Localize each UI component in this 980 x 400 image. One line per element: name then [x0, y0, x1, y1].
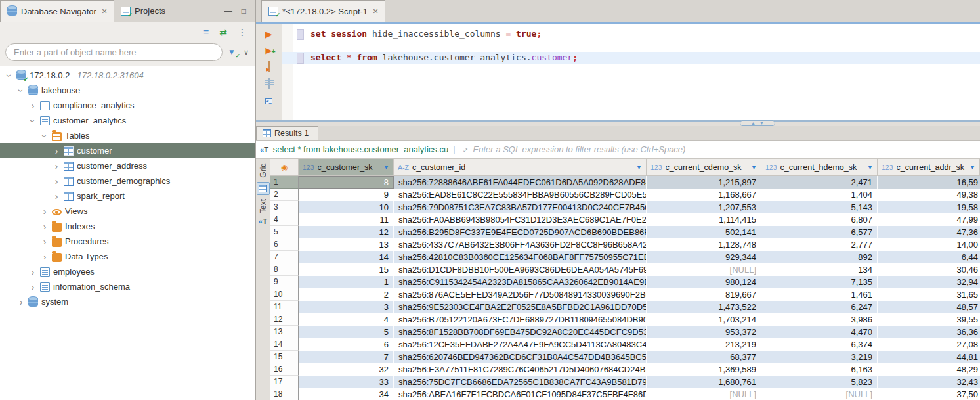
tree-item-172-18-0-2[interactable]: ›172.18.0.2172.18.0.2:31604	[0, 68, 255, 83]
cell-c_customer_sk[interactable]: 33	[299, 376, 394, 388]
cell-c_customer_id[interactable]: sha256:79D08751C3EA7C83BA57D177E00413D0C…	[394, 201, 647, 213]
cell-c_customer_sk[interactable]: 2	[299, 288, 394, 301]
text-presentation-icon[interactable]: «T	[259, 217, 267, 225]
cell-c_customer_sk[interactable]: 7	[299, 351, 394, 363]
cell-c_current_addr_sk[interactable]: 36,36	[878, 326, 980, 338]
cell-c_customer_id[interactable]: sha256:75DC7FCB6686EDA72565C1B838CA7FC43…	[394, 376, 647, 388]
chevron-right-icon[interactable]: ›	[41, 238, 49, 246]
tree-item-views[interactable]: ›Views	[0, 204, 255, 219]
chevron-right-icon[interactable]: ›	[41, 253, 49, 261]
minimize-icon[interactable]: —	[224, 7, 232, 16]
cell-c_current_hdemo_sk[interactable]: 7,135	[761, 276, 878, 288]
row-number[interactable]: 11	[270, 301, 299, 313]
row-number[interactable]: 13	[270, 326, 299, 338]
cell-c_current_hdemo_sk[interactable]: 2,777	[761, 238, 878, 251]
tab-sql-script[interactable]: *<172.18.0.2> Script-1	[261, 0, 385, 22]
cell-c_current_hdemo_sk[interactable]: 1,404	[761, 189, 878, 201]
tree-item-customer-analytics[interactable]: ›customer_analytics	[0, 113, 255, 128]
chevron-right-icon[interactable]: ›	[53, 192, 60, 200]
sql-code-area[interactable]: set session hide_inaccessible_columns = …	[282, 24, 980, 120]
object-search-input[interactable]	[5, 43, 223, 61]
tree-item-compliance-analytics[interactable]: ›compliance_analytics	[0, 98, 255, 113]
cell-c_current_cdemo_sk[interactable]: 1,207,553	[647, 201, 761, 213]
cell-c_current_cdemo_sk[interactable]: [NULL]	[647, 388, 761, 400]
row-number[interactable]: 6	[270, 238, 299, 251]
chevron-right-icon[interactable]: ›	[29, 102, 37, 110]
close-icon[interactable]	[102, 6, 107, 16]
cell-c_current_addr_sk[interactable]: 32,94	[878, 276, 980, 288]
cell-c_current_addr_sk[interactable]: 30,46	[878, 263, 980, 276]
cell-c_current_hdemo_sk[interactable]: 6,577	[761, 226, 878, 238]
cell-c_current_addr_sk[interactable]: 44,81	[878, 351, 980, 363]
row-number[interactable]: 15	[270, 351, 299, 363]
cell-c_current_cdemo_sk[interactable]: 953,372	[647, 326, 761, 338]
explain-plan-icon[interactable]	[263, 78, 275, 89]
filter-expression-input[interactable]: Enter a SQL expression to filter results…	[473, 144, 686, 154]
chevron-right-icon[interactable]: ›	[29, 268, 37, 276]
execute-new-tab-icon[interactable]: ▶	[263, 45, 275, 56]
row-number[interactable]: 3	[270, 201, 299, 213]
expand-panel-icon[interactable]: ↔	[458, 143, 471, 156]
chevron-down-icon[interactable]: ›	[41, 132, 49, 140]
tab-database-navigator[interactable]: Database Navigator	[0, 0, 114, 22]
cell-c_customer_sk[interactable]: 5	[299, 326, 394, 338]
tree-item-customer[interactable]: ›customer	[0, 143, 255, 158]
collapse-all-icon[interactable]: =	[203, 27, 209, 37]
column-filter-arrow-icon[interactable]: ▼	[383, 164, 389, 171]
cell-c_current_addr_sk[interactable]: 47,99	[878, 213, 980, 226]
cell-c_customer_id[interactable]: sha256:C9115342454A2323DA815865CAA326064…	[394, 276, 647, 288]
cell-c_customer_id[interactable]: sha256:8F1528BB708DF69EB475DC92A8C20EC44…	[394, 326, 647, 338]
cell-c_current_addr_sk[interactable]: 16,59	[878, 176, 980, 189]
cell-c_current_addr_sk[interactable]: 39,55	[878, 313, 980, 326]
cell-c_current_hdemo_sk[interactable]: 5,143	[761, 201, 878, 213]
tree-item-procedures[interactable]: ›Procedures	[0, 234, 255, 249]
row-number[interactable]: 17	[270, 376, 299, 388]
chevron-down-icon[interactable]: ∨	[244, 48, 249, 56]
view-menu-icon[interactable]: ⋮	[238, 27, 246, 37]
cell-c_customer_id[interactable]: sha256:4337C7AB6432E3B06FF4A3636FD2F8CC8…	[394, 238, 647, 251]
cell-c_current_cdemo_sk[interactable]: 213,219	[647, 338, 761, 351]
close-icon[interactable]	[373, 6, 378, 16]
cell-c_current_cdemo_sk[interactable]: 1,703,214	[647, 313, 761, 326]
row-number[interactable]: 4	[270, 213, 299, 226]
chevron-right-icon[interactable]: ›	[41, 223, 49, 231]
cell-c_current_addr_sk[interactable]: 48,29	[878, 363, 980, 376]
cell-c_current_hdemo_sk[interactable]: 3,986	[761, 313, 878, 326]
text-tab-label[interactable]: Text	[259, 199, 268, 213]
cell-c_customer_id[interactable]: sha256:9E52303CE4FBA2E2F0525E8A5BFBD2C1A…	[394, 301, 647, 313]
cell-c_customer_sk[interactable]: 3	[299, 301, 394, 313]
cell-c_current_cdemo_sk[interactable]: 1,128,748	[647, 238, 761, 251]
cell-c_customer_sk[interactable]: 1	[299, 276, 394, 288]
cell-c_customer_sk[interactable]: 12	[299, 226, 394, 238]
tab-results-1[interactable]: Results 1	[256, 126, 318, 140]
cell-c_current_cdemo_sk[interactable]: 819,667	[647, 288, 761, 301]
tree-item-customer-address[interactable]: ›customer_address	[0, 158, 255, 173]
row-number[interactable]: 16	[270, 363, 299, 376]
tab-projects[interactable]: Projects	[114, 0, 172, 22]
row-number[interactable]: 9	[270, 276, 299, 288]
chevron-down-icon[interactable]: ›	[29, 117, 37, 125]
select-all-corner[interactable]: ◉	[270, 159, 299, 175]
cell-c_current_addr_sk[interactable]: 49,38	[878, 189, 980, 201]
cell-c_current_addr_sk[interactable]: 32,43	[878, 376, 980, 388]
cell-c_customer_id[interactable]: sha256:72888646ABF61FA044EDEC061D6DA5A09…	[394, 176, 647, 189]
cell-c_current_cdemo_sk[interactable]: 1,680,761	[647, 376, 761, 388]
cell-c_customer_id[interactable]: sha256:EAD8E61C8C22E555834FBBA9B60556CB2…	[394, 189, 647, 201]
column-filter-arrow-icon[interactable]: ▼	[636, 164, 642, 171]
cell-c_current_hdemo_sk[interactable]: 6,374	[761, 338, 878, 351]
cell-c_customer_sk[interactable]: 15	[299, 263, 394, 276]
cell-c_current_addr_sk[interactable]: 19,58	[878, 201, 980, 213]
row-number[interactable]: 7	[270, 251, 299, 263]
grid-tab-label[interactable]: Grid	[259, 163, 268, 178]
column-header-c_current_addr_sk[interactable]: 123c_current_addr_sk▼	[878, 159, 980, 175]
grid-presentation-tab[interactable]	[257, 182, 270, 195]
cell-c_customer_id[interactable]: sha256:D1CDF8DBB10F500EA9693C86DE6DEAA05…	[394, 263, 647, 276]
cell-c_current_hdemo_sk[interactable]: 892	[761, 251, 878, 263]
cell-c_customer_sk[interactable]: 13	[299, 238, 394, 251]
row-number[interactable]: 8	[270, 263, 299, 276]
cell-c_customer_id[interactable]: sha256:ABEA16F7F1FCBDCA6F01CF1095D84F37C…	[394, 388, 647, 400]
cell-c_current_addr_sk[interactable]: 27,08	[878, 338, 980, 351]
cell-c_current_addr_sk[interactable]: 14,00	[878, 238, 980, 251]
cell-c_current_hdemo_sk[interactable]: 4,470	[761, 326, 878, 338]
chevron-right-icon[interactable]: ›	[29, 283, 37, 291]
